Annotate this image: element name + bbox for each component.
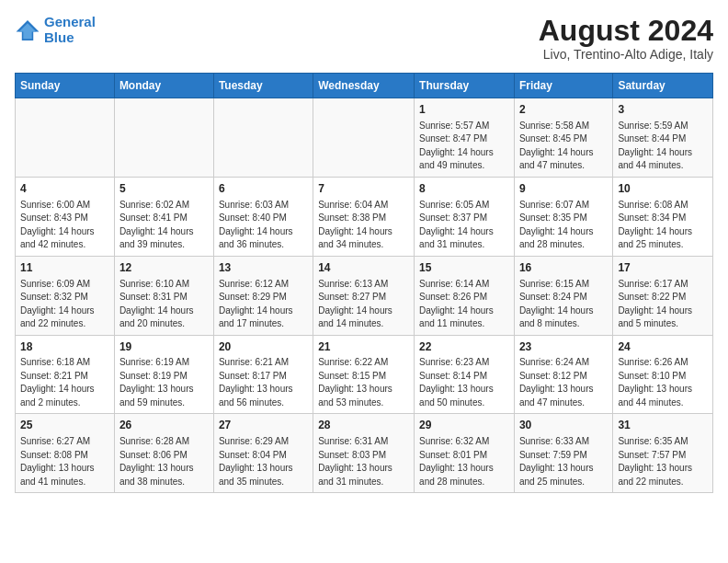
day-number: 31 [618, 418, 708, 433]
day-number: 28 [318, 418, 409, 433]
day-number: 5 [119, 181, 209, 197]
calendar-header-tuesday: Tuesday [213, 74, 313, 98]
calendar-cell: 20Sunrise: 6:21 AMSunset: 8:17 PMDayligh… [213, 335, 313, 414]
calendar-cell: 23Sunrise: 6:24 AMSunset: 8:12 PMDayligh… [514, 335, 612, 414]
calendar-cell [213, 98, 313, 178]
day-info: Sunrise: 6:33 AMSunset: 7:59 PMDaylight:… [519, 435, 608, 488]
calendar-week-row: 1Sunrise: 5:57 AMSunset: 8:47 PMDaylight… [16, 98, 713, 178]
day-number: 30 [519, 418, 608, 433]
day-number: 24 [618, 339, 708, 355]
day-info: Sunrise: 6:14 AMSunset: 8:26 PMDaylight:… [419, 278, 509, 331]
logo-text-line2: Blue [44, 30, 96, 46]
day-info: Sunrise: 6:32 AMSunset: 8:01 PMDaylight:… [419, 435, 509, 488]
day-info: Sunrise: 6:02 AMSunset: 8:41 PMDaylight:… [119, 199, 209, 252]
day-info: Sunrise: 5:57 AMSunset: 8:47 PMDaylight:… [419, 120, 509, 173]
day-number: 25 [20, 418, 109, 433]
calendar-header-thursday: Thursday [415, 74, 515, 98]
day-number: 2 [519, 102, 608, 118]
day-number: 19 [119, 339, 209, 355]
calendar-header-wednesday: Wednesday [313, 74, 415, 98]
day-info: Sunrise: 6:17 AMSunset: 8:22 PMDaylight:… [618, 278, 708, 331]
day-info: Sunrise: 5:59 AMSunset: 8:44 PMDaylight:… [618, 120, 708, 173]
day-info: Sunrise: 6:13 AMSunset: 8:27 PMDaylight:… [318, 278, 409, 331]
calendar-cell: 18Sunrise: 6:18 AMSunset: 8:21 PMDayligh… [16, 335, 115, 414]
logo: General Blue [15, 15, 96, 45]
calendar-header-monday: Monday [114, 74, 213, 98]
calendar-week-row: 25Sunrise: 6:27 AMSunset: 8:08 PMDayligh… [16, 414, 713, 493]
calendar-week-row: 18Sunrise: 6:18 AMSunset: 8:21 PMDayligh… [16, 335, 713, 414]
day-number: 14 [318, 260, 409, 276]
day-number: 27 [219, 418, 308, 433]
day-info: Sunrise: 6:26 AMSunset: 8:10 PMDaylight:… [618, 356, 708, 409]
day-info: Sunrise: 6:09 AMSunset: 8:32 PMDaylight:… [20, 278, 109, 331]
calendar-cell: 16Sunrise: 6:15 AMSunset: 8:24 PMDayligh… [514, 256, 612, 335]
day-info: Sunrise: 6:27 AMSunset: 8:08 PMDaylight:… [20, 435, 109, 488]
calendar-cell: 29Sunrise: 6:32 AMSunset: 8:01 PMDayligh… [415, 414, 515, 493]
day-info: Sunrise: 6:28 AMSunset: 8:06 PMDaylight:… [119, 435, 209, 488]
calendar-header-sunday: Sunday [16, 74, 115, 98]
calendar-header-row: SundayMondayTuesdayWednesdayThursdayFrid… [16, 74, 713, 98]
day-info: Sunrise: 6:19 AMSunset: 8:19 PMDaylight:… [119, 356, 209, 409]
calendar-cell [313, 98, 415, 178]
day-info: Sunrise: 6:35 AMSunset: 7:57 PMDaylight:… [618, 435, 708, 488]
day-number: 26 [119, 418, 209, 433]
day-number: 6 [219, 181, 308, 197]
calendar-week-row: 11Sunrise: 6:09 AMSunset: 8:32 PMDayligh… [16, 256, 713, 335]
page-title: August 2024 [539, 15, 713, 47]
calendar-cell: 1Sunrise: 5:57 AMSunset: 8:47 PMDaylight… [415, 98, 515, 178]
calendar-week-row: 4Sunrise: 6:00 AMSunset: 8:43 PMDaylight… [16, 177, 713, 256]
calendar-cell: 19Sunrise: 6:19 AMSunset: 8:19 PMDayligh… [114, 335, 213, 414]
calendar-cell: 10Sunrise: 6:08 AMSunset: 8:34 PMDayligh… [613, 177, 713, 256]
calendar-cell: 26Sunrise: 6:28 AMSunset: 8:06 PMDayligh… [114, 414, 213, 493]
logo-icon [15, 17, 40, 43]
day-info: Sunrise: 6:00 AMSunset: 8:43 PMDaylight:… [20, 199, 109, 252]
page-subtitle: Livo, Trentino-Alto Adige, Italy [539, 47, 713, 62]
day-number: 9 [519, 181, 608, 197]
day-number: 1 [419, 102, 509, 118]
calendar-cell: 3Sunrise: 5:59 AMSunset: 8:44 PMDaylight… [613, 98, 713, 178]
logo-text-line1: General [44, 15, 96, 30]
day-number: 18 [20, 339, 109, 355]
calendar-cell: 14Sunrise: 6:13 AMSunset: 8:27 PMDayligh… [313, 256, 415, 335]
calendar-cell: 2Sunrise: 5:58 AMSunset: 8:45 PMDaylight… [514, 98, 612, 178]
calendar-cell: 25Sunrise: 6:27 AMSunset: 8:08 PMDayligh… [16, 414, 115, 493]
calendar-cell: 28Sunrise: 6:31 AMSunset: 8:03 PMDayligh… [313, 414, 415, 493]
calendar-cell: 21Sunrise: 6:22 AMSunset: 8:15 PMDayligh… [313, 335, 415, 414]
day-info: Sunrise: 6:22 AMSunset: 8:15 PMDaylight:… [318, 356, 409, 409]
calendar-header-friday: Friday [514, 74, 612, 98]
calendar-cell: 30Sunrise: 6:33 AMSunset: 7:59 PMDayligh… [514, 414, 612, 493]
day-number: 22 [419, 339, 509, 355]
calendar-header-saturday: Saturday [613, 74, 713, 98]
calendar-cell: 22Sunrise: 6:23 AMSunset: 8:14 PMDayligh… [415, 335, 515, 414]
day-number: 7 [318, 181, 409, 197]
day-number: 4 [20, 181, 109, 197]
day-number: 10 [618, 181, 708, 197]
calendar-cell: 17Sunrise: 6:17 AMSunset: 8:22 PMDayligh… [613, 256, 713, 335]
calendar-cell: 13Sunrise: 6:12 AMSunset: 8:29 PMDayligh… [213, 256, 313, 335]
calendar-cell: 11Sunrise: 6:09 AMSunset: 8:32 PMDayligh… [16, 256, 115, 335]
calendar-cell: 4Sunrise: 6:00 AMSunset: 8:43 PMDaylight… [16, 177, 115, 256]
day-number: 8 [419, 181, 509, 197]
day-number: 13 [219, 260, 308, 276]
calendar-cell: 6Sunrise: 6:03 AMSunset: 8:40 PMDaylight… [213, 177, 313, 256]
calendar-cell: 12Sunrise: 6:10 AMSunset: 8:31 PMDayligh… [114, 256, 213, 335]
day-info: Sunrise: 6:12 AMSunset: 8:29 PMDaylight:… [219, 278, 308, 331]
day-info: Sunrise: 6:04 AMSunset: 8:38 PMDaylight:… [318, 199, 409, 252]
day-info: Sunrise: 6:07 AMSunset: 8:35 PMDaylight:… [519, 199, 608, 252]
page-header: General Blue August 2024 Livo, Trentino-… [15, 15, 713, 62]
day-number: 3 [618, 102, 708, 118]
calendar-cell: 27Sunrise: 6:29 AMSunset: 8:04 PMDayligh… [213, 414, 313, 493]
day-number: 20 [219, 339, 308, 355]
day-number: 15 [419, 260, 509, 276]
day-info: Sunrise: 6:05 AMSunset: 8:37 PMDaylight:… [419, 199, 509, 252]
day-number: 12 [119, 260, 209, 276]
calendar-cell [114, 98, 213, 178]
calendar-cell: 8Sunrise: 6:05 AMSunset: 8:37 PMDaylight… [415, 177, 515, 256]
day-info: Sunrise: 6:23 AMSunset: 8:14 PMDaylight:… [419, 356, 509, 409]
calendar-cell: 7Sunrise: 6:04 AMSunset: 8:38 PMDaylight… [313, 177, 415, 256]
calendar-cell: 31Sunrise: 6:35 AMSunset: 7:57 PMDayligh… [613, 414, 713, 493]
day-info: Sunrise: 6:21 AMSunset: 8:17 PMDaylight:… [219, 356, 308, 409]
day-info: Sunrise: 6:31 AMSunset: 8:03 PMDaylight:… [318, 435, 409, 488]
day-info: Sunrise: 6:18 AMSunset: 8:21 PMDaylight:… [20, 356, 109, 409]
day-number: 17 [618, 260, 708, 276]
